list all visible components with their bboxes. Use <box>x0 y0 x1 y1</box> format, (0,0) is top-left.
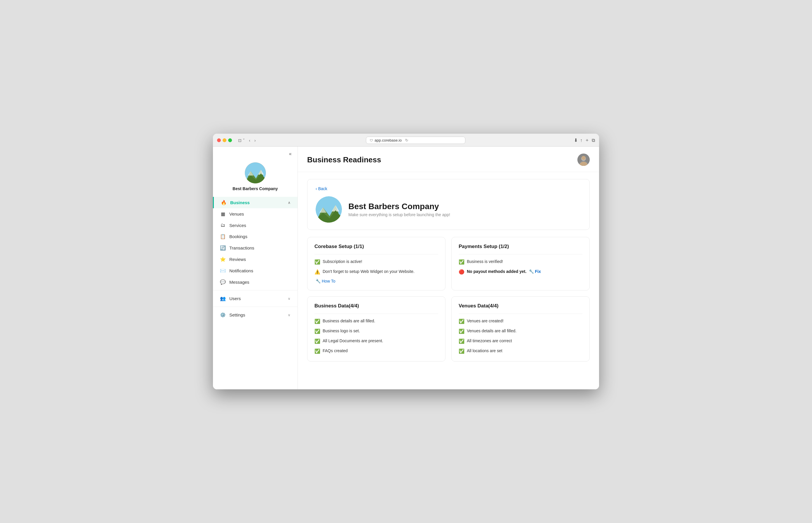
sidebar-item-venues[interactable]: ▦ Venues <box>213 208 297 220</box>
traffic-lights <box>217 138 232 142</box>
business-data-card: Business Data(4/4) ✅ Business details ar… <box>307 296 446 362</box>
venues-data-card: Venues Data(4/4) ✅ Venues are created! ✅… <box>451 296 590 362</box>
business-data-item-4: ✅ FAQs created <box>314 348 438 355</box>
payments-item-2: 🔴 No payout methods added yet. 🔧 Fix <box>459 269 582 275</box>
users-icon: 👥 <box>220 296 226 301</box>
corebase-setup-card: Corebase Setup (1/1) ✅ Subscription is a… <box>307 237 446 290</box>
check-icon-10: ✅ <box>459 348 465 355</box>
profile-avatar-image <box>245 162 266 183</box>
new-tab-icon[interactable]: ＋ <box>585 137 590 143</box>
sidebar: « Best Barbers Company 🔥 Busi <box>213 147 298 389</box>
address-input-container[interactable]: 🛡 app.corebase.io ↻ <box>366 137 465 144</box>
check-icon-8: ✅ <box>459 328 465 335</box>
card-divider-3 <box>314 313 438 314</box>
sidebar-profile: Best Barbers Company <box>213 160 297 197</box>
app-layout: « Best Barbers Company 🔥 Busi <box>213 147 599 389</box>
business-data-title: Business Data(4/4) <box>314 303 438 309</box>
sidebar-item-transactions[interactable]: 🔄 Transactions <box>213 242 297 254</box>
cards-grid: Corebase Setup (1/1) ✅ Subscription is a… <box>307 237 590 362</box>
collapse-button[interactable]: « <box>289 151 292 157</box>
sidebar-item-notifications[interactable]: ✉️ Notifications <box>213 265 297 276</box>
url-text: app.corebase.io <box>375 138 402 142</box>
check-icon-6: ✅ <box>314 348 320 355</box>
venues-data-item-2-text: Venues details are all filled. <box>467 328 582 334</box>
corebase-setup-title: Corebase Setup (1/1) <box>314 244 438 250</box>
content-area: ‹ Back <box>298 172 599 368</box>
business-data-item-3: ✅ All Legal Documents are present. <box>314 338 438 345</box>
how-to-link[interactable]: 🔧 How To <box>315 279 335 284</box>
browser-chrome: ⊡ ˅ ‹ › 🛡 app.corebase.io ↻ ⬇ ↑ ＋ ⧉ <box>213 134 599 147</box>
forward-button[interactable]: › <box>253 138 257 143</box>
sidebar-header: « <box>213 147 297 160</box>
address-bar: 🛡 app.corebase.io ↻ <box>260 137 571 144</box>
services-icon: 🗂 <box>220 222 226 228</box>
wrench-icon-2: 🔧 <box>529 269 534 275</box>
settings-icon: ⚙️ <box>220 312 226 318</box>
sidebar-item-services[interactable]: 🗂 Services <box>213 220 297 231</box>
venues-data-item-4-text: All locations are set <box>467 348 582 354</box>
how-to-link-container: 🔧 How To <box>314 278 438 284</box>
sidebar-toggle-button[interactable]: ⊡ ˅ <box>237 138 246 143</box>
company-name: Best Barbers Company <box>233 186 278 191</box>
card-divider-4 <box>459 313 582 314</box>
reload-icon[interactable]: ↻ <box>405 138 408 142</box>
avatar <box>245 162 266 183</box>
corebase-item-1: ✅ Subscription is active! <box>314 258 438 266</box>
nav-divider-1 <box>213 290 297 290</box>
fix-link[interactable]: 🔧 Fix <box>529 269 541 275</box>
minimize-button[interactable] <box>222 138 227 142</box>
back-button[interactable]: ‹ <box>248 138 252 143</box>
venues-data-item-3-text: All timezones are correct <box>467 338 582 344</box>
browser-window: ⊡ ˅ ‹ › 🛡 app.corebase.io ↻ ⬇ ↑ ＋ ⧉ « <box>213 134 599 389</box>
share-icon[interactable]: ↑ <box>580 138 582 143</box>
sidebar-item-bookings[interactable]: 📋 Bookings <box>213 231 297 242</box>
business-data-item-4-text: FAQs created <box>323 348 438 354</box>
card-divider <box>314 254 438 254</box>
browser-nav-actions: ⊡ ˅ ‹ › <box>237 138 257 143</box>
business-data-item-2: ✅ Business logo is set. <box>314 328 438 335</box>
tabs-icon[interactable]: ⧉ <box>592 138 595 143</box>
bookings-icon: 📋 <box>220 234 226 239</box>
venues-data-item-3: ✅ All timezones are correct <box>459 338 582 345</box>
page-header: Business Readiness <box>298 147 599 172</box>
sidebar-item-users[interactable]: 👥 Users ∨ <box>213 293 297 304</box>
business-logo <box>315 196 342 222</box>
corebase-item-2-text: Don't forget to setup Web Widget on your… <box>323 269 438 275</box>
check-icon-2: ✅ <box>459 258 465 266</box>
venues-data-item-1: ✅ Venues are created! <box>459 318 582 325</box>
venues-data-item-1-text: Venues are created! <box>467 318 582 324</box>
sidebar-item-messages[interactable]: 💬 Messages <box>213 276 297 288</box>
sidebar-item-settings[interactable]: ⚙️ Settings ∨ <box>213 309 297 321</box>
back-chevron-icon: ‹ <box>315 186 317 191</box>
business-name: Best Barbers Company <box>348 202 450 211</box>
venues-icon: ▦ <box>220 211 226 217</box>
business-readiness-card: ‹ Back <box>307 179 590 230</box>
warning-icon: ⚠️ <box>314 269 320 275</box>
sidebar-nav: 🔥 Business ∧ ▦ Venues 🗂 Services 📋 Booki… <box>213 197 297 389</box>
business-logo-image <box>315 196 342 222</box>
user-avatar[interactable] <box>577 154 590 166</box>
fire-icon: 🔥 <box>221 200 227 205</box>
payments-item-2-text: No payout methods added yet. 🔧 Fix <box>467 269 582 275</box>
reviews-icon: ⭐ <box>220 256 226 262</box>
maximize-button[interactable] <box>228 138 232 142</box>
payments-setup-title: Payments Setup (1/2) <box>459 244 582 250</box>
check-icon-9: ✅ <box>459 338 465 345</box>
close-button[interactable] <box>217 138 221 142</box>
chevron-down-icon-settings: ∨ <box>288 313 290 317</box>
back-link[interactable]: ‹ Back <box>315 186 581 191</box>
nav-divider-2 <box>213 307 297 307</box>
download-icon[interactable]: ⬇ <box>574 138 578 143</box>
back-link-label: Back <box>318 186 327 191</box>
check-icon-3: ✅ <box>314 318 320 325</box>
sidebar-item-reviews[interactable]: ⭐ Reviews <box>213 254 297 265</box>
sidebar-item-business[interactable]: 🔥 Business ∧ <box>213 197 297 208</box>
check-icon-5: ✅ <box>314 338 320 345</box>
corebase-item-2: ⚠️ Don't forget to setup Web Widget on y… <box>314 269 438 275</box>
check-icon-7: ✅ <box>459 318 465 325</box>
venues-data-title: Venues Data(4/4) <box>459 303 582 309</box>
venues-data-item-4: ✅ All locations are set <box>459 348 582 355</box>
page-title: Business Readiness <box>307 155 381 164</box>
user-avatar-image <box>577 154 590 166</box>
payments-setup-card: Payments Setup (1/2) ✅ Business is verif… <box>451 237 590 290</box>
